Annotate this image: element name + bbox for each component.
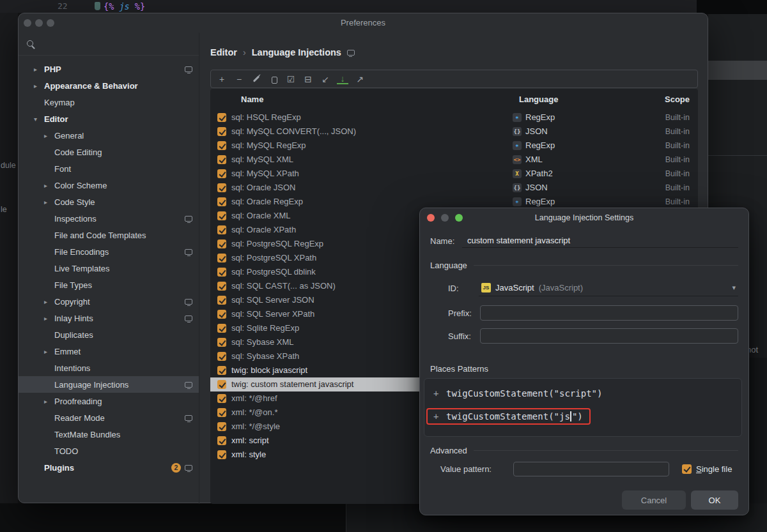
row-checkbox[interactable] — [217, 141, 226, 150]
row-checkbox[interactable] — [217, 380, 226, 389]
table-row[interactable]: sql: Oracle JSON{}JSONBuilt-in — [210, 181, 698, 195]
sidebar-item-keymap[interactable]: Keymap — [19, 94, 199, 110]
row-checkbox[interactable] — [217, 268, 226, 277]
places-pattern-row[interactable]: +twigCustomStatement("script") — [424, 382, 741, 405]
export-button[interactable]: ↗ — [354, 73, 366, 85]
chevron-right-icon[interactable]: ▸ — [44, 199, 54, 206]
row-scope: Built-in — [665, 127, 690, 136]
row-name: sql: Oracle RegExp — [231, 197, 303, 206]
chevron-right-icon[interactable]: ▸ — [34, 66, 44, 73]
table-row[interactable]: sql: HSQL RegExp∗RegExpBuilt-in — [210, 110, 698, 125]
single-file-checkbox[interactable] — [682, 464, 692, 474]
sidebar-item-font[interactable]: Font — [19, 160, 199, 177]
sidebar-item-duplicates[interactable]: Duplicates — [19, 326, 199, 343]
cancel-button[interactable]: Cancel — [622, 490, 686, 510]
row-checkbox[interactable] — [217, 127, 226, 136]
sidebar-item-general[interactable]: ▸General — [19, 127, 199, 144]
chevron-right-icon[interactable]: ▸ — [44, 315, 54, 322]
edit-button[interactable] — [251, 73, 262, 85]
places-pattern-row[interactable]: +twigCustomStatement("js") — [424, 405, 741, 428]
json-icon: {} — [513, 127, 522, 136]
disable-selected-button[interactable]: ⊟ — [302, 73, 314, 85]
sidebar-item-inlay-hints[interactable]: ▸Inlay Hints — [19, 310, 199, 326]
sidebar-item-textmate-bundles[interactable]: TextMate Bundles — [19, 426, 199, 443]
row-checkbox[interactable] — [217, 408, 226, 417]
row-name: sql: PostgreSQL RegExp — [231, 239, 323, 248]
sidebar-item-inspections[interactable]: Inspections — [19, 210, 199, 227]
chevron-right-icon[interactable]: ▸ — [44, 298, 54, 305]
sidebar-item-file-types[interactable]: File Types — [19, 277, 199, 293]
language-injection-settings-dialog: Language Injection Settings Name: custom… — [419, 208, 749, 515]
sidebar-item-code-editing[interactable]: Code Editing — [19, 144, 199, 160]
chevron-right-icon[interactable]: ▸ — [44, 182, 54, 189]
sidebar-item-appearance-behavior[interactable]: ▸Appearance & Behavior — [19, 77, 199, 94]
sidebar-item-language-injections[interactable]: Language Injections — [19, 376, 199, 393]
breadcrumb-editor[interactable]: Editor — [210, 47, 237, 57]
table-row[interactable]: sql: MySQL RegExp∗RegExpBuilt-in — [210, 139, 698, 153]
row-checkbox[interactable] — [217, 324, 226, 333]
sidebar-item-color-scheme[interactable]: ▸Color Scheme — [19, 177, 199, 194]
chevron-right-icon[interactable]: ▸ — [44, 348, 54, 355]
language-id-select[interactable]: JS JavaScript (JavaScript) ▾ — [479, 280, 738, 296]
column-header-scope[interactable]: Scope — [665, 95, 690, 104]
import-button[interactable]: ↓ — [337, 74, 348, 84]
row-checkbox[interactable] — [217, 436, 226, 445]
row-checkbox[interactable] — [217, 450, 226, 459]
row-checkbox[interactable] — [217, 422, 226, 431]
row-checkbox[interactable] — [217, 155, 226, 164]
chevron-right-icon[interactable]: ▸ — [34, 82, 44, 89]
sidebar-item-file-and-code-templates[interactable]: File and Code Templates — [19, 227, 199, 243]
row-checkbox[interactable] — [217, 239, 226, 248]
suffix-input[interactable] — [480, 328, 738, 344]
chevron-down-icon[interactable]: ▾ — [732, 284, 736, 292]
chevron-down-icon[interactable]: ▾ — [34, 116, 44, 123]
row-checkbox[interactable] — [217, 338, 226, 347]
table-row[interactable]: sql: MySQL CONVERT(..., JSON){}JSONBuilt… — [210, 125, 698, 139]
sidebar-item-live-templates[interactable]: Live Templates — [19, 260, 199, 277]
row-checkbox[interactable] — [217, 169, 226, 178]
sidebar-item-todo[interactable]: TODO — [19, 443, 199, 459]
duplicate-button[interactable] — [268, 73, 279, 85]
sidebar-item-emmet[interactable]: ▸Emmet — [19, 343, 199, 360]
row-checkbox[interactable] — [217, 197, 226, 206]
row-checkbox[interactable] — [217, 394, 226, 403]
enable-selected-button[interactable]: ☑ — [285, 73, 297, 85]
ok-button[interactable]: OK — [691, 490, 738, 510]
row-checkbox[interactable] — [217, 352, 226, 361]
column-header-language[interactable]: Language — [519, 95, 558, 104]
pencil-icon — [253, 75, 260, 82]
sidebar-item-code-style[interactable]: ▸Code Style — [19, 194, 199, 210]
name-field[interactable]: custom statement javascript — [462, 234, 738, 248]
row-checkbox[interactable] — [217, 254, 226, 262]
column-header-name[interactable]: Name — [241, 95, 263, 104]
sidebar-item-php[interactable]: ▸PHP — [19, 61, 199, 77]
row-checkbox[interactable] — [217, 366, 226, 375]
remove-button[interactable]: − — [233, 73, 245, 85]
sidebar-item-reader-mode[interactable]: Reader Mode — [19, 409, 199, 426]
row-checkbox[interactable] — [217, 113, 226, 122]
row-checkbox[interactable] — [217, 296, 226, 305]
row-checkbox[interactable] — [217, 310, 226, 319]
sidebar-item-plugins[interactable]: Plugins2 — [19, 459, 199, 476]
sidebar-item-intentions[interactable]: Intentions — [19, 360, 199, 376]
row-checkbox[interactable] — [217, 211, 226, 220]
search-icon[interactable] — [27, 40, 33, 47]
table-row[interactable]: sql: Oracle RegExp∗RegExpBuilt-in — [210, 195, 698, 209]
row-checkbox[interactable] — [217, 183, 226, 192]
sidebar-item-proofreading[interactable]: ▸Proofreading — [19, 393, 199, 409]
sidebar-item-file-encodings[interactable]: File Encodings — [19, 243, 199, 260]
sidebar-item-label: Emmet — [54, 347, 81, 356]
table-row[interactable]: sql: MySQL XPathXXPath2Built-in — [210, 167, 698, 181]
add-button[interactable]: + — [216, 73, 228, 85]
prefix-input[interactable] — [480, 305, 738, 321]
chevron-right-icon[interactable]: ▸ — [44, 132, 54, 139]
chevron-right-icon[interactable]: ▸ — [44, 398, 54, 405]
row-checkbox[interactable] — [217, 282, 226, 291]
sidebar-item-editor[interactable]: ▾Editor — [19, 110, 199, 127]
restore-button[interactable]: ↙ — [320, 73, 331, 85]
sidebar-item-copyright[interactable]: ▸Copyright — [19, 293, 199, 310]
value-pattern-input[interactable] — [513, 462, 669, 476]
sidebar-item-label: Intentions — [54, 363, 90, 373]
row-checkbox[interactable] — [217, 225, 226, 234]
table-row[interactable]: sql: MySQL XML<>XMLBuilt-in — [210, 153, 698, 167]
